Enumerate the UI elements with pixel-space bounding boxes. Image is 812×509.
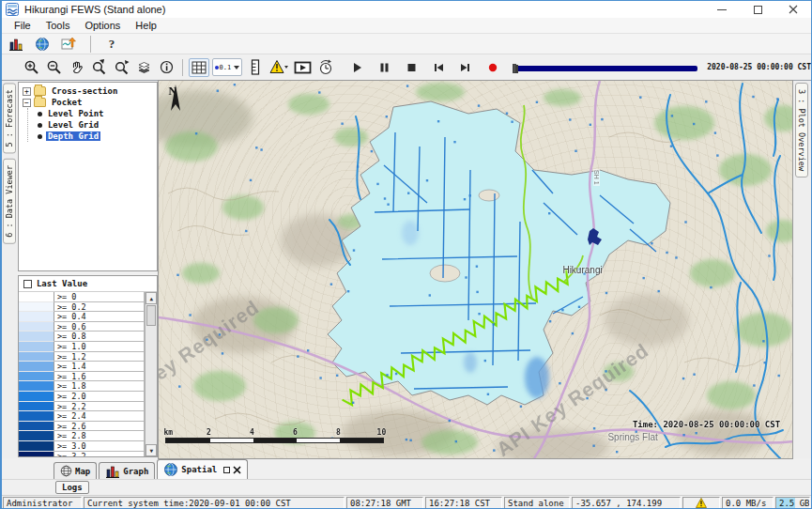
scroll-down-icon[interactable]: ▼ bbox=[146, 444, 157, 456]
legend-label: >= 2.6 bbox=[54, 422, 145, 432]
legend-row[interactable]: >= 1.2 bbox=[19, 352, 145, 362]
warning-dropdown-icon bbox=[269, 59, 288, 75]
map-view[interactable]: N API Key Required API Key Required Hiku… bbox=[159, 81, 792, 458]
record-button[interactable] bbox=[483, 58, 503, 77]
legend-label: >= 2.0 bbox=[54, 392, 145, 402]
tree-leaf-depth-grid[interactable]: Depth Grid bbox=[32, 131, 157, 142]
warning-dropdown-button[interactable] bbox=[268, 58, 289, 77]
time-slider[interactable] bbox=[514, 63, 697, 71]
status-local-time: 16:27:18 CST bbox=[425, 497, 502, 509]
legend-row[interactable]: >= 1.6 bbox=[19, 372, 145, 382]
legend-row[interactable]: >= 3.0 bbox=[19, 441, 145, 452]
record-icon bbox=[486, 61, 499, 74]
step-back-button[interactable] bbox=[428, 58, 449, 77]
legend-row[interactable]: >= 0.8 bbox=[19, 332, 145, 342]
pause-button[interactable] bbox=[374, 58, 394, 77]
legend-row[interactable]: >= 2.4 bbox=[19, 411, 145, 422]
legend-scrollbar[interactable]: ▲ ▼ bbox=[145, 292, 157, 456]
zoom-in-icon bbox=[23, 59, 39, 75]
spatial-display-button[interactable] bbox=[58, 35, 79, 54]
close-button[interactable] bbox=[775, 1, 811, 18]
pan-button[interactable] bbox=[66, 58, 86, 77]
scroll-up-icon[interactable]: ▲ bbox=[146, 292, 157, 304]
map-display-button[interactable] bbox=[32, 35, 53, 54]
tab-map[interactable]: Map bbox=[54, 462, 97, 479]
tab-forecast[interactable]: 5 : Forecast bbox=[3, 83, 16, 153]
bar-chart-icon bbox=[105, 464, 120, 479]
animate-icon bbox=[294, 60, 312, 75]
legend-row[interactable]: >= 2.2 bbox=[19, 402, 145, 412]
legend-swatch bbox=[19, 381, 54, 392]
zoom-next-button[interactable] bbox=[111, 58, 131, 77]
tree-node-pocket[interactable]: −Pocket bbox=[21, 97, 157, 108]
map-toolbar: 0.1 2020-08-25 00:00:00 CST bbox=[2, 54, 811, 81]
main-area: 5 : Forecast 6 : Data Viewer +Cross-sect… bbox=[2, 81, 811, 458]
collapse-icon[interactable]: − bbox=[23, 99, 31, 107]
tree-leaf-level-point[interactable]: Level Point bbox=[32, 108, 157, 119]
ruler-button[interactable] bbox=[245, 58, 266, 77]
class-dropdown[interactable]: 0.1 bbox=[212, 58, 243, 76]
logs-button[interactable]: Logs bbox=[55, 481, 89, 494]
legend-row[interactable]: >= 1.0 bbox=[19, 342, 145, 352]
step-forward-button[interactable] bbox=[455, 58, 476, 77]
data-display-button[interactable] bbox=[6, 35, 26, 54]
zoom-in-button[interactable] bbox=[21, 58, 41, 77]
legend-row[interactable]: >= 2.0 bbox=[19, 392, 145, 402]
spatial-display-icon bbox=[61, 37, 76, 52]
legend-swatch bbox=[19, 292, 54, 302]
legend-label: >= 2.8 bbox=[54, 431, 145, 441]
tree-leaf-level-grid[interactable]: Level Grid bbox=[32, 119, 157, 131]
legend-row[interactable]: >= 2.6 bbox=[19, 422, 145, 432]
scroll-thumb[interactable] bbox=[146, 305, 156, 326]
zoom-previous-button[interactable] bbox=[88, 58, 109, 77]
minimize-button[interactable] bbox=[704, 1, 740, 18]
status-bar: Administrator Current system time:2020-0… bbox=[2, 495, 811, 509]
layers-button[interactable] bbox=[133, 58, 154, 77]
tab-graph[interactable]: Graph bbox=[99, 462, 155, 479]
timer-button[interactable] bbox=[315, 58, 336, 77]
legend-row[interactable]: >= 0.4 bbox=[19, 312, 145, 322]
zoom-out-button[interactable] bbox=[43, 58, 64, 77]
close-tab-icon[interactable] bbox=[233, 466, 241, 474]
legend-row[interactable]: >= 1.8 bbox=[19, 381, 145, 392]
help-button[interactable]: ? bbox=[102, 35, 121, 54]
animate-button[interactable] bbox=[292, 58, 313, 77]
last-value-checkbox[interactable] bbox=[23, 280, 32, 288]
legend-row[interactable]: >= 3.2 bbox=[19, 452, 145, 457]
legend-row[interactable]: >= 0.6 bbox=[19, 322, 145, 332]
play-button[interactable] bbox=[346, 58, 367, 77]
legend-row[interactable]: >= 2.8 bbox=[19, 431, 145, 441]
scale-tick-label: 10 bbox=[377, 428, 387, 437]
expand-icon[interactable]: + bbox=[23, 87, 31, 96]
step-forward-icon bbox=[459, 61, 472, 74]
menu-options[interactable]: Options bbox=[77, 19, 128, 33]
legend-row[interactable]: >= 1.4 bbox=[19, 362, 145, 372]
tab-data-viewer[interactable]: 6 : Data Viewer bbox=[3, 159, 16, 244]
toolbar-separator bbox=[90, 36, 91, 53]
scale-tick-label: 6 bbox=[293, 428, 298, 437]
left-tab-strip: 5 : Forecast 6 : Data Viewer bbox=[2, 81, 17, 458]
step-back-icon bbox=[432, 61, 445, 74]
grid-button[interactable] bbox=[189, 58, 209, 77]
legend-swatch bbox=[19, 452, 54, 457]
menu-help[interactable]: Help bbox=[128, 19, 164, 33]
legend-swatch bbox=[19, 312, 54, 322]
layer-tree: +Cross-section−PocketLevel PointLevel Gr… bbox=[18, 82, 158, 271]
legend-label: >= 1.8 bbox=[54, 381, 145, 392]
maximize-tab-icon[interactable] bbox=[223, 467, 230, 473]
maximize-button[interactable] bbox=[740, 1, 775, 18]
tab-plot-overview[interactable]: 3 : Plot Overview bbox=[795, 83, 808, 177]
app-window: Hikurangi FEWS (Stand alone) FileToolsOp… bbox=[0, 0, 812, 509]
status-gmt-time: 08:27:18 GMT bbox=[346, 497, 423, 509]
zoom-next-icon bbox=[114, 59, 130, 75]
stop-button[interactable] bbox=[401, 58, 421, 77]
menu-file[interactable]: File bbox=[7, 19, 38, 33]
status-warning-cell[interactable] bbox=[682, 497, 720, 509]
info-button[interactable] bbox=[156, 58, 176, 77]
legend-swatch bbox=[19, 362, 54, 372]
menu-tools[interactable]: Tools bbox=[38, 19, 78, 33]
legend-row[interactable]: >= 0.2 bbox=[19, 302, 145, 313]
tab-spatial[interactable]: Spatial bbox=[157, 459, 248, 479]
status-user: Administrator bbox=[3, 497, 82, 509]
legend-row[interactable]: >= 0 bbox=[19, 292, 145, 302]
